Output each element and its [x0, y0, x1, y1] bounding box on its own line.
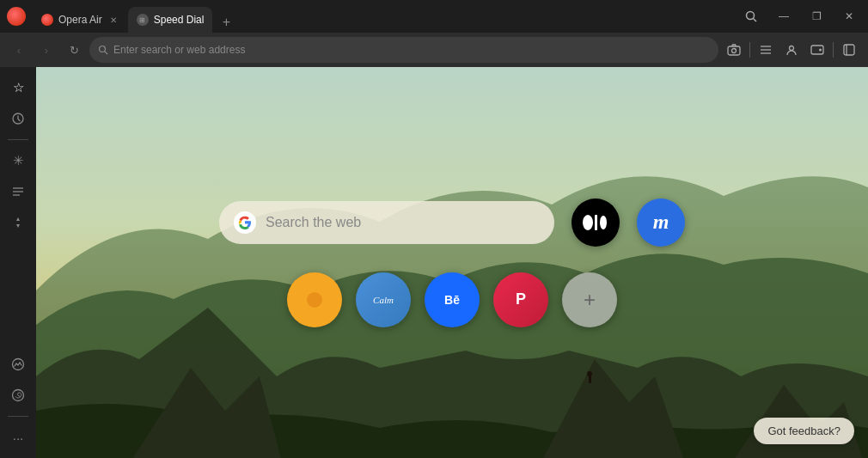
svg-rect-4 [728, 46, 740, 55]
nav-right-buttons [722, 38, 861, 62]
sidebar-item-messenger[interactable] [4, 351, 32, 378]
svg-point-11 [819, 49, 822, 52]
svg-rect-12 [844, 45, 854, 55]
svg-point-2 [100, 46, 106, 52]
back-button[interactable]: ‹ [7, 38, 31, 62]
svg-point-24 [583, 215, 593, 230]
sidebar-item-whatsapp[interactable] [4, 382, 32, 409]
forward-button[interactable]: › [34, 38, 58, 62]
sidebar: ☆ ✳ [0, 67, 36, 458]
address-bar[interactable]: Enter search or web address [89, 37, 718, 63]
dial-behance[interactable]: Bē [425, 272, 480, 327]
search-placeholder[interactable]: Search the web [266, 215, 361, 230]
sidebar-divider-2 [8, 416, 28, 417]
minimize-button[interactable]: — [768, 0, 799, 33]
svg-line-3 [105, 52, 107, 54]
dial-orange[interactable] [287, 272, 342, 327]
sidebar-item-history[interactable] [4, 105, 32, 132]
add-tab-button[interactable]: + [216, 12, 236, 33]
tab-opera-air-close[interactable]: ✕ [107, 14, 119, 26]
dial-calm[interactable]: Calm [356, 272, 411, 327]
sidebar-item-bookmarks[interactable]: ☆ [4, 74, 32, 101]
sidebar-toggle-button[interactable] [837, 38, 861, 62]
tab-opera-air[interactable]: Opera Air ✕ [33, 7, 128, 33]
feedback-button[interactable]: Got feedback? [754, 418, 854, 444]
dial-picsart[interactable]: P [493, 272, 548, 327]
speed-dial-content: Search the web m [36, 67, 868, 458]
tab-opera-air-label: Opera Air [58, 14, 102, 26]
picsart-label: P [516, 290, 526, 308]
svg-point-26 [600, 216, 607, 229]
nav-divider [749, 42, 750, 58]
search-bar[interactable]: Search the web [219, 201, 554, 244]
content-area: Search the web m [36, 67, 868, 458]
title-bar-controls: — ❐ ✕ [736, 0, 868, 33]
tabs-container: Opera Air ✕ ⊞ Speed Dial + [33, 0, 736, 33]
menu-button[interactable] [754, 38, 778, 62]
nav-divider-2 [833, 42, 834, 58]
svg-point-28 [307, 292, 322, 308]
sidebar-divider-1 [8, 139, 28, 140]
sidebar-item-feeds[interactable] [4, 178, 32, 205]
calm-label: Calm [373, 295, 394, 305]
camera-button[interactable] [722, 38, 746, 62]
close-button[interactable]: ✕ [834, 0, 865, 33]
sidebar-item-aria[interactable]: ✳ [4, 147, 32, 174]
opera-logo [7, 7, 26, 26]
svg-rect-25 [595, 215, 597, 230]
behance-label: Bē [444, 293, 460, 307]
sidebar-item-more[interactable]: ··· [4, 424, 32, 451]
title-bar: Opera Air ✕ ⊞ Speed Dial + — ❐ ✕ [0, 0, 868, 33]
speed-dial-favicon: ⊞ [137, 14, 149, 26]
svg-point-9 [790, 46, 794, 51]
maximize-button[interactable]: ❐ [801, 0, 832, 33]
svg-point-5 [732, 49, 737, 53]
search-icon [98, 45, 108, 55]
dial-row: Calm Bē P + [287, 272, 617, 327]
main-layout: ☆ ✳ [0, 67, 868, 458]
address-input[interactable]: Enter search or web address [113, 44, 710, 56]
opera-air-favicon [41, 14, 53, 26]
svg-line-1 [754, 19, 757, 22]
wallet-button[interactable] [805, 38, 829, 62]
search-row: Search the web m [219, 198, 685, 247]
google-logo [233, 211, 257, 235]
nav-bar: ‹ › ↻ Enter search or web address [0, 33, 868, 67]
tab-speed-dial[interactable]: ⊞ Speed Dial [128, 7, 213, 33]
add-dial-icon: + [584, 288, 596, 312]
feedback-label: Got feedback? [767, 424, 840, 437]
sidebar-item-navigator[interactable] [4, 209, 32, 236]
quick-icon-mewe[interactable]: m [637, 198, 685, 247]
quick-icon-medium[interactable] [572, 198, 620, 247]
account-button[interactable] [779, 38, 804, 62]
svg-point-0 [747, 12, 755, 20]
refresh-button[interactable]: ↻ [62, 38, 86, 62]
tab-speed-dial-label: Speed Dial [154, 14, 205, 26]
dial-add[interactable]: + [562, 272, 617, 327]
search-window-button[interactable] [736, 0, 767, 33]
